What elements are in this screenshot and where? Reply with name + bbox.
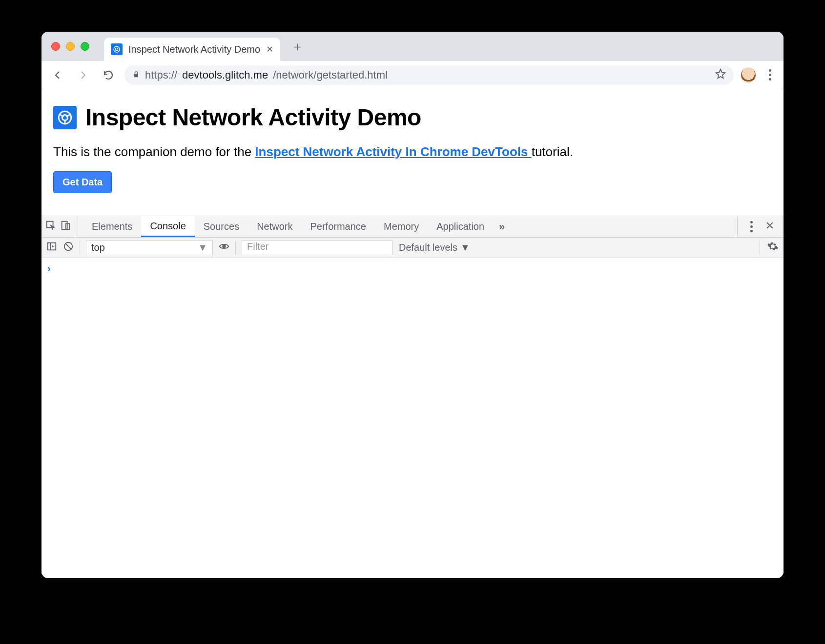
svg-point-3 — [62, 115, 67, 120]
tab-title: Inspect Network Activity Demo — [128, 44, 260, 55]
url-host: devtools.glitch.me — [182, 69, 268, 81]
close-tab-button[interactable]: ✕ — [266, 44, 273, 55]
intro-text-before: This is the companion demo for the — [53, 144, 255, 159]
svg-rect-5 — [62, 221, 67, 230]
svg-point-9 — [223, 245, 226, 248]
new-tab-button[interactable]: ＋ — [288, 37, 307, 56]
browser-menu-button[interactable] — [763, 69, 777, 80]
minimize-window-button[interactable] — [66, 42, 75, 51]
page-intro: This is the companion demo for the Inspe… — [53, 144, 772, 160]
devtools-panel: Elements Console Sources Network Perform… — [41, 216, 784, 578]
profile-avatar[interactable] — [741, 67, 756, 83]
maximize-window-button[interactable] — [81, 42, 89, 51]
tab-memory[interactable]: Memory — [375, 216, 428, 237]
lock-icon — [132, 69, 140, 81]
tab-network[interactable]: Network — [248, 216, 301, 237]
address-bar[interactable]: https://devtools.glitch.me/network/getst… — [124, 65, 734, 85]
tab-performance[interactable]: Performance — [302, 216, 375, 237]
device-toolbar-icon[interactable] — [60, 220, 71, 233]
console-output[interactable]: › — [41, 258, 784, 578]
bookmark-star-icon[interactable] — [715, 68, 726, 82]
devtools-close-button[interactable] — [765, 221, 775, 233]
svg-rect-6 — [66, 223, 69, 229]
tutorial-link[interactable]: Inspect Network Activity In Chrome DevTo… — [255, 144, 531, 159]
console-settings-icon[interactable] — [760, 241, 779, 255]
favicon-icon — [111, 43, 123, 55]
console-filter-input[interactable]: Filter — [242, 241, 393, 255]
intro-text-after: tutorial. — [532, 144, 573, 159]
reload-button[interactable] — [99, 66, 118, 84]
inspect-element-icon[interactable] — [45, 220, 56, 233]
svg-point-1 — [115, 48, 118, 50]
titlebar: Inspect Network Activity Demo ✕ ＋ — [41, 32, 784, 61]
devtools-tabbar: Elements Console Sources Network Perform… — [41, 216, 784, 238]
get-data-button[interactable]: Get Data — [53, 171, 112, 193]
svg-point-0 — [114, 46, 120, 52]
url-path: /network/getstarted.html — [273, 69, 388, 81]
console-prompt-icon: › — [47, 263, 51, 274]
window-controls — [51, 42, 89, 51]
log-levels-select[interactable]: Default levels ▼ — [399, 242, 470, 253]
console-sidebar-toggle-icon[interactable] — [46, 241, 57, 254]
live-expression-icon[interactable] — [219, 241, 229, 254]
filter-placeholder: Filter — [247, 241, 268, 252]
url-scheme: https:// — [145, 69, 177, 81]
svg-rect-7 — [48, 243, 56, 250]
browser-tab[interactable]: Inspect Network Activity Demo ✕ — [104, 38, 280, 61]
tabs-overflow-button[interactable]: » — [493, 216, 511, 237]
execution-context-select[interactable]: top ▼ — [86, 241, 213, 255]
caret-down-icon: ▼ — [460, 242, 470, 253]
tab-elements[interactable]: Elements — [83, 216, 141, 237]
page-logo-icon — [53, 106, 77, 129]
close-window-button[interactable] — [51, 42, 60, 51]
context-value: top — [91, 242, 105, 253]
devtools-menu-button[interactable] — [744, 221, 758, 232]
tab-sources[interactable]: Sources — [195, 216, 248, 237]
forward-button[interactable] — [74, 66, 92, 84]
console-toolbar: top ▼ Filter Default levels ▼ — [41, 238, 784, 258]
caret-down-icon: ▼ — [198, 242, 207, 253]
levels-label: Default levels — [399, 242, 457, 253]
back-button[interactable] — [48, 66, 67, 84]
page-content: Inspect Network Activity Demo This is th… — [41, 89, 784, 216]
clear-console-icon[interactable] — [63, 241, 74, 254]
tab-application[interactable]: Application — [428, 216, 493, 237]
tab-console[interactable]: Console — [141, 216, 194, 237]
page-heading: Inspect Network Activity Demo — [85, 104, 421, 131]
browser-window: Inspect Network Activity Demo ✕ ＋ https:… — [41, 32, 784, 578]
browser-toolbar: https://devtools.glitch.me/network/getst… — [41, 61, 784, 89]
